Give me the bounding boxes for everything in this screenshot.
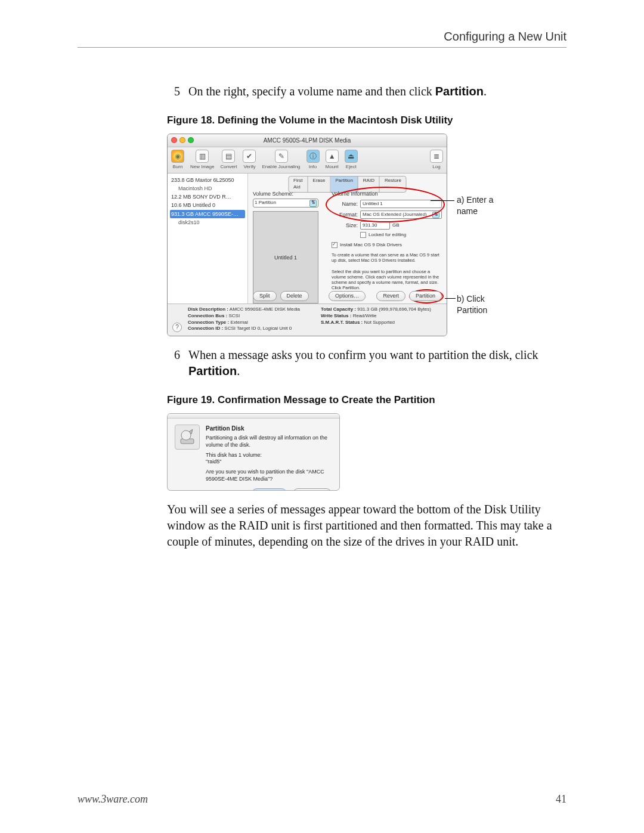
tab-erase[interactable]: Erase — [308, 176, 331, 192]
revert-button[interactable]: Revert — [376, 291, 405, 301]
verify-icon[interactable]: ✔ — [243, 150, 256, 163]
disk-utility-window: AMCC 9500S-4LPM DISK Media ◉Burn ▥New Im… — [167, 134, 447, 336]
step6-text: When a message asks you to confirm you w… — [188, 347, 561, 379]
locked-checkbox[interactable] — [360, 232, 366, 238]
step5-text: On the right, specify a volume name and … — [188, 83, 561, 100]
header-section: Configuring a New Unit — [444, 30, 566, 44]
disk-utility-icon — [175, 425, 200, 450]
figure18: AMCC 9500S-4LPM DISK Media ◉Burn ▥New Im… — [167, 134, 501, 336]
name-label: Name: — [332, 200, 358, 208]
mount-icon[interactable]: ▲ — [326, 150, 339, 163]
eject-icon[interactable]: ⏏ — [345, 150, 358, 163]
cancel-button[interactable]: Cancel — [251, 488, 287, 491]
footer-page: 41 — [556, 793, 566, 806]
dialog-confirm: Are you sure you wish to partition the d… — [206, 469, 332, 482]
install-os9-checkbox[interactable] — [332, 242, 338, 248]
main-panel: First Aid Erase Partition RAID Restore V… — [248, 174, 447, 304]
info-icon[interactable]: ⓘ — [306, 150, 320, 163]
tb-log: Log — [432, 164, 440, 171]
dialog-warning: Partitioning a disk will destroy all inf… — [206, 435, 332, 448]
help-icon[interactable]: ? — [172, 323, 182, 332]
sidebar-disk-sony[interactable]: 12.2 MB SONY DVD R… — [170, 193, 245, 201]
page-header: Configuring a New Unit — [78, 30, 566, 48]
tb-eject: Eject — [346, 164, 357, 171]
format-label: Format: — [332, 211, 358, 218]
partition-instructions: Select the disk you want to partition an… — [332, 269, 442, 290]
sidebar-disk-amcc[interactable]: 931.3 GB AMCC 9590SE-… — [170, 210, 245, 218]
partition-button[interactable]: Partition — [409, 291, 442, 301]
volume-info-title: Volume Information — [332, 190, 442, 197]
tab-partition[interactable]: Partition — [330, 176, 358, 192]
callout-line-b — [445, 298, 456, 299]
tab-raid[interactable]: RAID — [358, 176, 380, 192]
callout-a: a) Enter a name — [457, 194, 504, 217]
volume-scheme-label: Volume Scheme: — [253, 190, 321, 197]
sidebar-vol-macintoshhd[interactable]: Macintosh HD — [177, 184, 245, 193]
window-title: AMCC 9500S-4LPM DISK Media — [168, 137, 447, 145]
sidebar-disk-untitled0[interactable]: 10.6 MB Untitled 0 — [170, 201, 245, 209]
options-button[interactable]: Options… — [329, 291, 366, 301]
volume-scheme-select[interactable]: 1 Partition ⇅ — [253, 199, 318, 208]
step6-number: 6 — [167, 347, 180, 379]
sidebar-vol-disk2[interactable]: disk2s10 — [177, 218, 245, 227]
format-select[interactable]: Mac OS Extended (Journaled) ⇅ — [360, 210, 442, 219]
dialog-volumes: This disk has 1 volume: "raid5" — [206, 452, 332, 466]
tb-mount: Mount — [326, 164, 339, 171]
dialog-title: Partition Disk — [206, 425, 332, 433]
window-titlebar: AMCC 9500S-4LPM DISK Media — [168, 134, 447, 147]
figure19-caption: Figure 19. Confirmation Message to Creat… — [167, 394, 561, 407]
step5-number: 5 — [167, 83, 180, 100]
tb-journal: Enable Journaling — [262, 164, 300, 171]
callout-line-a — [431, 200, 454, 201]
new-image-icon[interactable]: ▥ — [196, 150, 209, 163]
tab-restore[interactable]: Restore — [380, 176, 406, 192]
delete-button[interactable]: Delete — [280, 291, 309, 301]
install-os9-label: Install Mac OS 9 Disk Drivers — [340, 242, 402, 249]
chevron-updown-icon: ⇅ — [432, 212, 439, 218]
toolbar: ◉Burn ▥New Image ▤Convert ✔Verify ✎Enabl… — [168, 147, 447, 174]
convert-icon[interactable]: ▤ — [222, 150, 235, 163]
callout-b: b) Click Partition — [457, 293, 504, 316]
os9-note: To create a volume that can serve as a M… — [332, 252, 442, 263]
size-label: Size: — [332, 222, 358, 229]
locked-label: Locked for editing — [369, 232, 406, 239]
sidebar-disk-maxtor[interactable]: 233.8 GB Maxtor 6L25050 — [170, 176, 245, 184]
scheme-diagram[interactable]: Untitled 1 — [253, 211, 318, 304]
log-icon[interactable]: ≣ — [430, 150, 443, 163]
tab-firstaid[interactable]: First Aid — [289, 176, 308, 192]
partition-confirm-button[interactable]: Partition — [292, 488, 332, 491]
journal-icon[interactable]: ✎ — [275, 150, 288, 163]
burn-icon[interactable]: ◉ — [171, 150, 184, 163]
tb-info: Info — [309, 164, 317, 171]
size-field[interactable]: 931.30 — [360, 221, 390, 230]
tb-burn: Burn — [173, 164, 183, 171]
size-unit: GB — [392, 222, 400, 229]
name-field[interactable]: Untitled 1 — [360, 200, 442, 208]
disk-details-footer: ? Disk Description : AMCC 9590SE-4ME DIS… — [168, 304, 447, 336]
figure18-caption: Figure 18. Defining the Volume in the Ma… — [167, 114, 561, 128]
split-button[interactable]: Split — [253, 291, 277, 301]
disk-sidebar: 233.8 GB Maxtor 6L25050 Macintosh HD 12.… — [168, 174, 248, 304]
figure19-dialog: Partition Disk Partitioning a disk will … — [167, 413, 340, 491]
tb-newimage: New Image — [190, 164, 214, 171]
footer-url: www.3ware.com — [78, 793, 148, 806]
tb-verify: Verify — [243, 164, 255, 171]
tb-convert: Convert — [220, 164, 237, 171]
result-paragraph: You will see a series of messages appear… — [167, 501, 561, 550]
chevron-updown-icon: ⇅ — [309, 200, 317, 207]
